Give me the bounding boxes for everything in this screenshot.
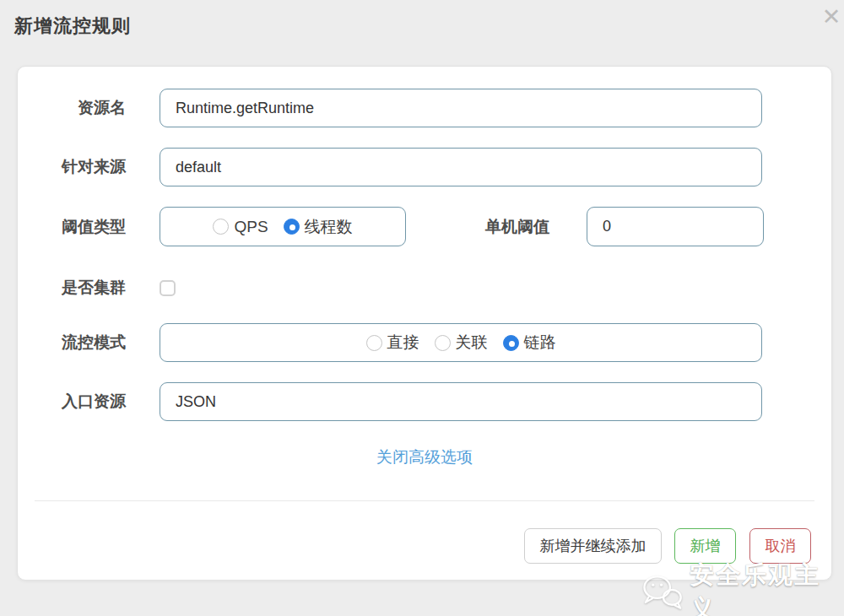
- modal-screen: 新增流控规则 ✕ 资源名 针对来源 阈值类型 QPS 线程数 单机阈值 是否集群…: [0, 0, 844, 616]
- relate-radio-label: 关联: [456, 332, 488, 354]
- limit-app-input[interactable]: [160, 148, 762, 186]
- dialog-title: 新增流控规则: [14, 14, 131, 39]
- chain-radio-icon[interactable]: [503, 335, 519, 351]
- threshold-input[interactable]: [587, 207, 764, 246]
- radio-option-chain[interactable]: 链路: [503, 332, 556, 354]
- add-continue-button[interactable]: 新增并继续添加: [524, 528, 662, 564]
- threshold-label: 单机阈值: [455, 207, 549, 246]
- strategy-radio-group: 直接 关联 链路: [160, 323, 762, 362]
- relate-radio-icon[interactable]: [435, 335, 451, 351]
- add-button[interactable]: 新增: [674, 528, 736, 564]
- thread-radio-label: 线程数: [305, 216, 353, 238]
- limit-app-label: 针对来源: [43, 148, 126, 186]
- direct-radio-icon[interactable]: [366, 335, 382, 351]
- radio-option-direct[interactable]: 直接: [366, 332, 419, 354]
- direct-radio-label: 直接: [387, 332, 419, 354]
- ref-resource-input[interactable]: [160, 382, 762, 421]
- qps-radio-icon[interactable]: [213, 219, 229, 235]
- thread-radio-icon[interactable]: [284, 219, 300, 235]
- resource-name-label: 资源名: [43, 89, 126, 127]
- cancel-button[interactable]: 取消: [749, 528, 811, 564]
- grade-label: 阈值类型: [43, 207, 126, 246]
- radio-option-thread[interactable]: 线程数: [284, 216, 353, 238]
- radio-option-qps[interactable]: QPS: [213, 218, 268, 236]
- chain-radio-label: 链路: [524, 332, 556, 354]
- close-icon[interactable]: ✕: [819, 3, 844, 30]
- advanced-options-link[interactable]: 关闭高级选项: [18, 446, 831, 468]
- form-panel: 资源名 针对来源 阈值类型 QPS 线程数 单机阈值 是否集群 流控模式: [17, 66, 832, 581]
- footer-divider: [35, 500, 814, 501]
- cluster-label: 是否集群: [43, 268, 126, 307]
- qps-radio-label: QPS: [234, 218, 268, 236]
- cluster-checkbox[interactable]: [160, 280, 176, 296]
- strategy-label: 流控模式: [43, 323, 126, 362]
- radio-option-relate[interactable]: 关联: [435, 332, 488, 354]
- grade-radio-group: QPS 线程数: [160, 207, 406, 246]
- resource-name-input[interactable]: [160, 89, 762, 127]
- ref-resource-label: 入口资源: [43, 382, 126, 421]
